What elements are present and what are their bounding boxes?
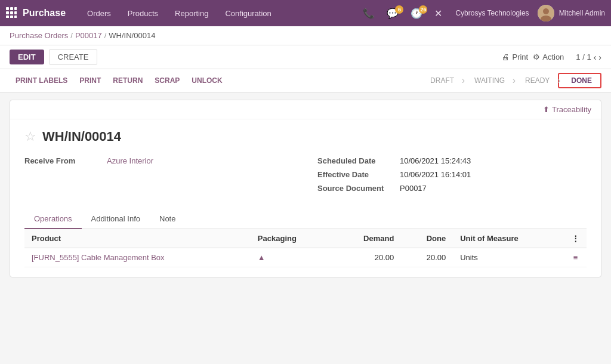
unlock-button[interactable]: UNLOCK <box>186 74 228 87</box>
svg-rect-7 <box>10 16 13 18</box>
svg-rect-8 <box>14 16 17 18</box>
scheduled-date-label: Scheduled Date <box>317 156 395 165</box>
top-navigation: Purchase Orders Products Reporting Confi… <box>0 0 611 26</box>
svg-rect-0 <box>6 7 9 10</box>
effective-date-row: Effective Date 10/06/2021 16:14:01 <box>317 170 587 179</box>
activity-icon[interactable]: 🕐 26 <box>406 5 427 21</box>
brand-name[interactable]: Purchase <box>23 8 66 18</box>
record-number: WH/IN/00014 <box>42 129 121 144</box>
status-waiting[interactable]: WAITING <box>462 74 513 87</box>
edit-button[interactable]: EDIT <box>10 50 44 64</box>
fields-right: Scheduled Date 10/06/2021 15:24:43 Effec… <box>317 156 587 198</box>
scrap-button[interactable]: SCRAP <box>149 74 186 87</box>
breadcrumb-purchase-orders[interactable]: Purchase Orders <box>10 31 68 40</box>
record-body: ☆ WH/IN/00014 Receive From Azure Interio… <box>10 119 601 277</box>
upload-icon: ⬆ <box>543 105 550 114</box>
activity-badge: 26 <box>419 5 427 14</box>
messages-icon[interactable]: 💬 6 <box>382 5 403 21</box>
phone-icon[interactable]: 📞 <box>358 5 379 21</box>
product-link[interactable]: [FURN_5555] Cable Management Box <box>32 253 165 262</box>
tab-operations[interactable]: Operations <box>24 209 82 229</box>
svg-rect-3 <box>6 11 9 14</box>
nav-orders[interactable]: Orders <box>80 7 118 20</box>
scheduled-date-value: 10/06/2021 15:24:43 <box>400 156 471 165</box>
row-options-cell[interactable]: ≡ <box>564 248 587 267</box>
source-document-value: P00017 <box>400 184 427 193</box>
svg-rect-4 <box>10 11 13 14</box>
create-button[interactable]: CREATE <box>49 49 98 65</box>
svg-point-10 <box>543 8 549 14</box>
status-bar: PRINT LABELS PRINT RETURN SCRAP UNLOCK D… <box>0 69 611 92</box>
tab-note[interactable]: Note <box>150 209 185 229</box>
gear-icon: ⚙ <box>533 53 540 61</box>
record-title: ☆ WH/IN/00014 <box>24 129 587 144</box>
avatar <box>538 5 554 21</box>
product-cell: [FURN_5555] Cable Management Box <box>24 248 251 267</box>
status-ready[interactable]: READY <box>513 74 558 87</box>
traceability-button[interactable]: ⬆ Traceability <box>543 105 591 114</box>
lines-icon[interactable]: ≡ <box>573 253 578 262</box>
print-button-status[interactable]: PRINT <box>73 74 107 87</box>
operations-table: Product Packaging Demand Done Unit of Me… <box>24 229 587 267</box>
demand-cell: 20.00 <box>332 248 402 267</box>
uom-cell: Units <box>453 248 564 267</box>
nav-reporting[interactable]: Reporting <box>168 7 215 20</box>
receive-from-row: Receive From Azure Interior <box>24 156 294 165</box>
messages-badge: 6 <box>395 5 403 14</box>
effective-date-value: 10/06/2021 16:14:01 <box>400 170 471 179</box>
status-draft[interactable]: DRAFT <box>418 74 462 87</box>
col-demand: Demand <box>332 229 402 248</box>
svg-rect-1 <box>10 7 13 10</box>
col-packaging: Packaging <box>251 229 332 248</box>
breadcrumb-p00017[interactable]: P00017 <box>75 31 102 40</box>
col-done: Done <box>401 229 453 248</box>
main-content: ⬆ Traceability ☆ WH/IN/00014 Receive Fro… <box>0 92 611 360</box>
fields-left: Receive From Azure Interior <box>24 156 294 198</box>
fields-layout: Receive From Azure Interior Scheduled Da… <box>24 156 587 198</box>
record-card: ⬆ Traceability ☆ WH/IN/00014 Receive Fro… <box>10 100 601 277</box>
table-row: [FURN_5555] Cable Management Box ▲ 20.00… <box>24 248 587 267</box>
receive-from-value[interactable]: Azure Interior <box>107 156 153 165</box>
print-labels-button[interactable]: PRINT LABELS <box>10 74 73 87</box>
status-done[interactable]: DONE <box>558 73 601 88</box>
breadcrumb-sep-1: / <box>70 31 73 40</box>
svg-rect-6 <box>6 16 9 18</box>
next-button[interactable]: › <box>598 53 601 62</box>
col-options: ⋮ <box>564 229 587 248</box>
source-document-label: Source Document <box>317 184 395 193</box>
tabs-bar: Operations Additional Info Note <box>24 209 587 229</box>
nav-configuration[interactable]: Configuration <box>218 7 278 20</box>
traceability-bar: ⬆ Traceability <box>10 100 601 119</box>
status-pipeline: DRAFT WAITING READY DONE <box>418 73 601 88</box>
breadcrumb: Purchase Orders / P00017 / WH/IN/00014 <box>0 26 611 45</box>
effective-date-label: Effective Date <box>317 170 395 179</box>
favorite-star-icon[interactable]: ☆ <box>24 129 36 144</box>
col-product: Product <box>24 229 251 248</box>
tab-additional-info[interactable]: Additional Info <box>82 209 150 229</box>
action-button[interactable]: ⚙ Action <box>533 53 564 61</box>
packaging-chart-icon[interactable]: ▲ <box>258 253 266 262</box>
print-icon: 🖨 <box>502 53 510 61</box>
done-cell: 20.00 <box>401 248 453 267</box>
svg-rect-5 <box>14 11 17 14</box>
company-name: Cybrosys Technologies <box>455 9 529 17</box>
receive-from-label: Receive From <box>24 156 102 165</box>
nav-products[interactable]: Products <box>121 7 165 20</box>
prev-button[interactable]: ‹ <box>594 53 597 62</box>
print-button[interactable]: 🖨 Print <box>502 53 528 61</box>
breadcrumb-sep-2: / <box>104 31 107 40</box>
user-name: Mitchell Admin <box>559 9 605 17</box>
col-uom: Unit of Measure <box>453 229 564 248</box>
toolbar: EDIT CREATE 🖨 Print ⚙ Action 1 / 1 ‹ › <box>0 45 611 69</box>
breadcrumb-current: WH/IN/00014 <box>109 31 155 40</box>
close-icon[interactable]: ✕ <box>430 5 447 21</box>
packaging-cell: ▲ <box>251 248 332 267</box>
svg-rect-2 <box>14 7 17 10</box>
grid-icon[interactable] <box>6 7 17 20</box>
return-button[interactable]: RETURN <box>107 74 149 87</box>
source-document-row: Source Document P00017 <box>317 184 587 193</box>
pager: 1 / 1 ‹ › <box>576 53 601 62</box>
scheduled-date-row: Scheduled Date 10/06/2021 15:24:43 <box>317 156 587 165</box>
